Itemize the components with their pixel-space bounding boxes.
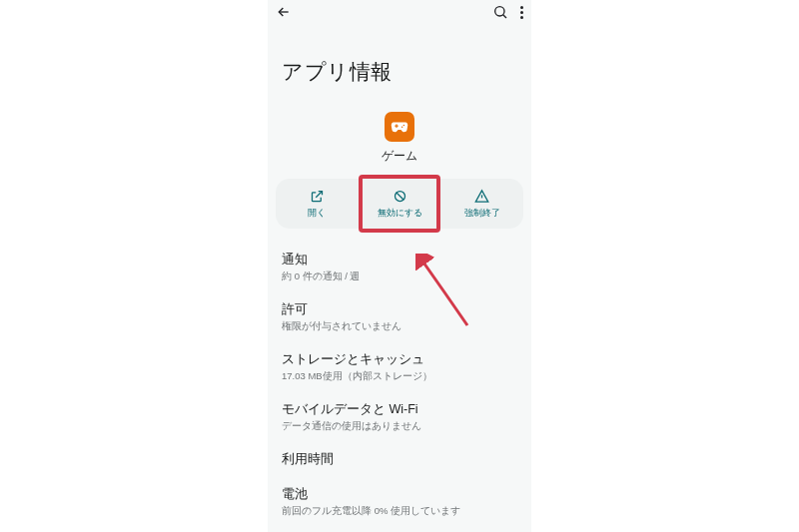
row-title: ストレージとキャッシュ [282,351,517,368]
row-title: 電池 [282,486,517,503]
disable-button[interactable]: 無効にする [359,179,441,229]
top-bar [268,0,531,24]
force-stop-label: 強制終了 [464,207,500,220]
disable-icon [393,189,407,204]
row-notifications[interactable]: 通知 約 0 件の通知 / 週 [282,243,517,292]
action-row: 開く 無効にする 強制終了 [276,179,523,229]
row-title: 通知 [282,252,517,268]
gamepad-icon [385,112,414,142]
app-header: ゲーム [268,106,531,165]
more-icon[interactable] [520,6,523,19]
svg-point-4 [403,125,405,127]
row-permissions[interactable]: 許可 権限が付与されていません [282,292,517,342]
page-title: アプリ情報 [268,24,531,106]
open-label: 開く [308,207,326,220]
svg-rect-2 [396,124,397,128]
row-subtitle: 権限が付与されていません [282,320,517,333]
disable-label: 無効にする [378,207,422,220]
row-storage[interactable]: ストレージとキャッシュ 17.03 MB使用（内部ストレージ） [282,342,517,392]
row-title: 許可 [282,301,517,318]
force-stop-button[interactable]: 強制終了 [440,179,523,229]
row-data[interactable]: モバイルデータと Wi-Fi データ通信の使用はありません [282,392,517,442]
row-screen-time[interactable]: 利用時間 [282,442,517,477]
row-subtitle: 前回のフル充電以降 0% 使用しています [282,505,517,518]
app-info-screen: アプリ情報 ゲーム 開く 無効にする [268,0,531,532]
app-name: ゲーム [268,148,531,165]
search-icon[interactable] [492,4,508,20]
open-button[interactable]: 開く [276,179,359,229]
row-title: モバイルデータと Wi-Fi [282,401,517,418]
row-title: 利用時間 [282,451,517,468]
settings-list: 通知 約 0 件の通知 / 週 許可 権限が付与されていません ストレージとキャ… [268,229,531,527]
svg-point-3 [401,126,403,128]
open-icon [310,189,325,204]
back-icon[interactable] [276,4,292,20]
row-subtitle: 約 0 件の通知 / 週 [282,270,517,283]
svg-point-0 [495,7,504,16]
row-subtitle: 17.03 MB使用（内部ストレージ） [282,370,517,383]
warning-icon [474,189,489,204]
row-subtitle: データ通信の使用はありません [282,420,517,433]
row-battery[interactable]: 電池 前回のフル充電以降 0% 使用しています [282,477,517,527]
